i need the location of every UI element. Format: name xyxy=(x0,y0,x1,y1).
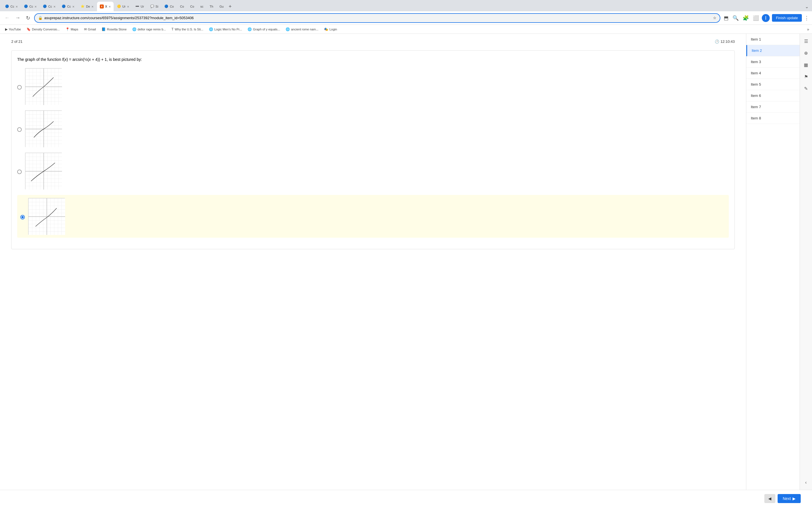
tab-4[interactable]: 🔵 Cc × xyxy=(59,2,77,11)
forward-button[interactable]: → xyxy=(13,14,22,22)
graph-icon: 🌐 xyxy=(248,27,252,31)
tab-favicon-5: ⭐ xyxy=(81,4,85,8)
tools-sidebar: ☰ ⊕ ▦ ⚑ ✎ ‹ xyxy=(800,34,812,490)
quiz-time: 🕐 12:10:43 xyxy=(715,40,735,44)
answer-graph-4 xyxy=(28,198,65,235)
grid-tool-button[interactable]: ▦ xyxy=(801,60,811,70)
quiz-progress: 2 of 21 xyxy=(11,40,22,44)
tab-10[interactable]: 🔵 Co xyxy=(161,2,176,11)
item-nav-6[interactable]: Item 6 xyxy=(746,90,800,101)
tab-favicon-4: 🔵 xyxy=(62,4,66,8)
lock-icon: 🔒 xyxy=(38,16,43,20)
tab-8[interactable]: ➖ Ur xyxy=(133,2,147,11)
extensions-button[interactable]: 🧩 xyxy=(742,14,750,22)
item-nav-4[interactable]: Item 4 xyxy=(746,68,800,79)
tab-favicon-8: ➖ xyxy=(135,4,139,8)
answer-option-2[interactable] xyxy=(17,110,729,147)
flag-tool-button[interactable]: ⚑ xyxy=(801,71,811,82)
new-tab-button[interactable]: + xyxy=(227,2,234,11)
sti-icon: T xyxy=(171,27,173,31)
bookmark-star-icon[interactable]: ☆ xyxy=(713,16,716,20)
address-bar-wrapper[interactable]: 🔒 ☆ xyxy=(34,13,720,23)
bottom-nav: ◀ Next ▶ xyxy=(0,490,812,507)
question-text: The graph of the function f(x) = arcsin(… xyxy=(17,56,729,62)
item-nav-7[interactable]: Item 7 xyxy=(746,101,800,113)
tab-close-active[interactable]: × xyxy=(109,4,111,9)
bookmark-density[interactable]: 🔖 Density Conversio... xyxy=(24,26,62,32)
bookmark-rosetta[interactable]: 📘 Rosetta Stone xyxy=(99,26,129,32)
tab-bar: 🔵 Cc × 🔵 Cc × 🔵 Cc × 🔵 Cc × ⭐ De × X X × xyxy=(0,0,812,11)
answer-option-3[interactable] xyxy=(17,153,729,189)
bookmark-logic[interactable]: 🌐 Logic Men's No Pr... xyxy=(207,26,244,32)
bookmark-dellor[interactable]: 🌐 dellor rage remix b... xyxy=(130,26,168,32)
tab-expand-button[interactable]: ⌄ xyxy=(804,2,810,11)
bookmarks-bar: ▶ YouTube 🔖 Density Conversio... 📍 Maps … xyxy=(0,25,812,34)
tab-13[interactable]: sc xyxy=(198,2,206,11)
answer-radio-2[interactable] xyxy=(17,127,22,132)
tab-favicon-1: 🔵 xyxy=(5,4,9,8)
item-nav-2[interactable]: Item 2 xyxy=(746,45,800,56)
back-button[interactable]: ← xyxy=(3,14,11,22)
bookmark-graph[interactable]: 🌐 Graph of y equals... xyxy=(245,26,282,32)
tab-7[interactable]: 🟡 Ur × xyxy=(114,2,132,11)
tab-close-1[interactable]: × xyxy=(15,4,18,9)
bookmark-youtube[interactable]: ▶ YouTube xyxy=(3,26,23,32)
item-nav-5[interactable]: Item 5 xyxy=(746,79,800,90)
answer-radio-4[interactable] xyxy=(20,215,25,219)
gmail-icon: ✉ xyxy=(84,27,87,31)
tab-close-2[interactable]: × xyxy=(35,4,37,9)
tab-2[interactable]: 🔵 Cc × xyxy=(21,2,40,11)
finish-update-button[interactable]: Finish update xyxy=(772,14,802,22)
item-nav-3[interactable]: Item 3 xyxy=(746,56,800,68)
tab-favicon-10: 🔵 xyxy=(164,4,168,8)
next-button[interactable]: Next ▶ xyxy=(777,494,801,503)
tab-15[interactable]: Gu xyxy=(216,2,226,11)
prev-button[interactable]: ◀ xyxy=(764,494,775,503)
browser-frame: 🔵 Cc × 🔵 Cc × 🔵 Cc × 🔵 Cc × ⭐ De × X X × xyxy=(0,0,812,507)
more-options-button[interactable]: ⋮ xyxy=(804,15,809,21)
split-view-button[interactable]: ⬜ xyxy=(752,14,760,22)
bookmark-gmail[interactable]: ✉ Gmail xyxy=(82,26,98,32)
tab-1[interactable]: 🔵 Cc × xyxy=(2,2,20,11)
item-nav-8[interactable]: Item 8 xyxy=(746,113,800,124)
tab-close-7[interactable]: × xyxy=(127,4,129,9)
menu-tool-button[interactable]: ☰ xyxy=(801,36,811,46)
tab-favicon-9: 💬 xyxy=(150,4,154,8)
tab-close-5[interactable]: × xyxy=(91,4,94,9)
answer-option-4[interactable] xyxy=(17,195,729,238)
profile-button[interactable]: I xyxy=(762,14,770,22)
bookmark-rome[interactable]: 🌐 ancient rome nam... xyxy=(283,26,320,32)
answer-radio-3[interactable] xyxy=(17,170,22,174)
answer-graph-1 xyxy=(25,68,62,105)
bookmarks-expand-button[interactable]: » xyxy=(807,27,809,32)
item-nav-list: Item 1 Item 2 Item 3 Item 4 Item 5 Item … xyxy=(746,34,800,124)
item-nav: Item 1 Item 2 Item 3 Item 4 Item 5 Item … xyxy=(746,34,800,490)
tab-close-4[interactable]: × xyxy=(72,4,75,9)
bookmark-maps[interactable]: 📍 Maps xyxy=(63,26,81,32)
reload-button[interactable]: ↻ xyxy=(24,14,32,22)
quiz-container: 2 of 21 🕐 12:10:43 The graph of the func… xyxy=(0,34,746,490)
tab-close-3[interactable]: × xyxy=(54,4,56,9)
tab-3[interactable]: 🔵 Cc × xyxy=(40,2,58,11)
bookmark-sti[interactable]: T Why the U.S. Is Sti... xyxy=(169,26,206,32)
bookmark-login[interactable]: 🎭 Login xyxy=(322,26,339,32)
address-bar-input[interactable] xyxy=(44,16,711,20)
tab-12[interactable]: Co xyxy=(188,2,197,11)
tab-favicon-7: 🟡 xyxy=(117,4,121,8)
zoom-tool-button[interactable]: ⊕ xyxy=(801,48,811,58)
answer-radio-1[interactable] xyxy=(17,85,22,90)
tab-9[interactable]: 💬 Si xyxy=(147,2,161,11)
clock-icon: 🕐 xyxy=(715,40,719,44)
tools-collapse-button[interactable]: ‹ xyxy=(801,477,811,488)
tab-active[interactable]: X X × xyxy=(97,2,114,11)
annotate-tool-button[interactable]: ✎ xyxy=(801,83,811,94)
answer-option-1[interactable] xyxy=(17,68,729,105)
nav-bar: ← → ↻ 🔒 ☆ ⬒ 🔍 🧩 ⬜ I Finish update ⋮ xyxy=(0,11,812,25)
tab-11[interactable]: Co xyxy=(177,2,187,11)
cast-button[interactable]: ⬒ xyxy=(723,14,730,22)
zoom-button[interactable]: 🔍 xyxy=(731,14,740,22)
tab-5[interactable]: ⭐ De × xyxy=(78,2,96,11)
item-nav-1[interactable]: Item 1 xyxy=(746,34,800,45)
tab-14[interactable]: Th xyxy=(207,2,216,11)
answer-graph-3 xyxy=(25,153,62,189)
